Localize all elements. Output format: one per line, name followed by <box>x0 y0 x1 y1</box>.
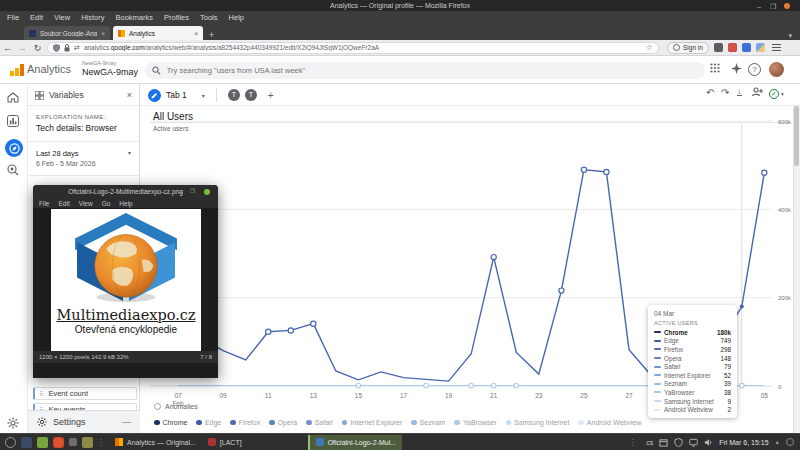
viewer-minimize-icon[interactable]: – <box>179 185 183 198</box>
close-variables-icon[interactable]: × <box>127 90 132 100</box>
scrollbar-thumb[interactable] <box>794 106 799 166</box>
screenshot-extension-icon[interactable] <box>756 43 765 52</box>
reload-icon[interactable]: ↻ <box>30 43 45 53</box>
export-icon[interactable]: ↓ <box>737 87 742 96</box>
screen-app-icon[interactable] <box>21 437 32 448</box>
menu-item-profiles[interactable]: Profiles <box>164 13 189 22</box>
undo-icon[interactable]: ↶ <box>706 87 714 98</box>
anomalies-checkbox-icon[interactable] <box>154 403 161 410</box>
saved-status-chip[interactable]: ✓ ▾ <box>766 87 792 101</box>
viewer-titlebar[interactable]: Oficialni-Logo-2-Multimediaexpo-cz.png –… <box>33 185 218 198</box>
legend-item-internet-explorer[interactable]: Internet Explorer <box>342 419 402 426</box>
date-range-picker[interactable]: Last 28 days 6 Feb - 5 Mar 2026 <box>36 149 96 167</box>
collapse-settings-icon[interactable]: — <box>122 417 131 427</box>
viewer-maximize-icon[interactable]: ❐ <box>190 185 195 198</box>
menu-item-edit[interactable]: Edit <box>58 200 69 207</box>
extension-icon[interactable] <box>742 43 751 52</box>
tab-thumb-1[interactable]: T <box>228 89 240 101</box>
green-app-icon[interactable] <box>37 437 48 448</box>
forward-icon[interactable]: → <box>15 43 30 53</box>
back-icon[interactable]: ← <box>0 43 15 53</box>
tab-close-icon[interactable]: × <box>194 30 198 37</box>
legend-item-edge[interactable]: Edge <box>196 419 221 426</box>
menu-item-bookmarks[interactable]: Bookmarks <box>116 13 154 22</box>
metric-item-event-count[interactable]: ⠿ Event count <box>33 387 137 400</box>
display-tray-icon[interactable] <box>689 438 698 447</box>
orange-app-icon[interactable] <box>53 437 64 448</box>
menu-item-history[interactable]: History <box>81 13 104 22</box>
menu-hamburger-icon[interactable] <box>772 44 781 45</box>
menu-item-file[interactable]: File <box>39 200 49 207</box>
permissions-icon[interactable]: ⇄ <box>74 44 80 52</box>
tab-close-icon[interactable]: × <box>101 30 105 37</box>
extension-icon[interactable] <box>728 43 737 52</box>
browser-tab-wiki[interactable]: Soubor:Google-Analytics-4i × <box>24 26 110 40</box>
legend-item-firefox[interactable]: Firefox <box>230 419 260 426</box>
legend-item-yabrowser[interactable]: YaBrowser <box>454 419 496 426</box>
status-dropdown-icon[interactable]: ▾ <box>781 91 784 97</box>
insights-sparkle-icon[interactable] <box>729 63 743 77</box>
legend-item-chrome[interactable]: Chrome <box>154 419 187 426</box>
legend-item-safari[interactable]: Safari <box>306 419 333 426</box>
date-dropdown-icon[interactable]: ▾ <box>128 149 131 167</box>
help-icon[interactable]: ? <box>748 63 761 76</box>
search-input[interactable] <box>167 66 698 75</box>
menu-item-view[interactable]: View <box>54 13 70 22</box>
lock-icon[interactable] <box>64 44 70 52</box>
menu-item-tools[interactable]: Tools <box>200 13 218 22</box>
legend-item-opera[interactable]: Opera <box>269 419 297 426</box>
shield-icon[interactable] <box>53 44 60 52</box>
container-extension-icon[interactable] <box>714 43 723 52</box>
exploration-tab[interactable]: Tab 1 ▾ T T + <box>148 88 274 102</box>
menu-item-help[interactable]: Help <box>119 200 132 207</box>
exploration-name-value[interactable]: Tech details: Browser <box>36 123 131 133</box>
ga-property-selector[interactable]: NewGA-9may <box>82 67 138 77</box>
files-app-icon[interactable] <box>82 437 93 448</box>
home-icon[interactable] <box>7 89 21 103</box>
task-analytics[interactable]: Analytics — Original... <box>109 435 202 450</box>
image-viewer-window[interactable]: Oficialni-Logo-2-Multimediaexpo-cz.png –… <box>33 185 218 378</box>
sign-in-button[interactable]: Sign in <box>667 42 709 54</box>
share-user-icon[interactable] <box>752 87 763 99</box>
small-app-icon[interactable] <box>69 438 77 446</box>
user-avatar[interactable] <box>769 62 784 77</box>
update-tray-icon[interactable] <box>659 438 668 447</box>
add-tab-icon[interactable]: + <box>268 90 274 101</box>
drag-handle-icon[interactable]: ⠿ <box>39 390 44 397</box>
redo-icon[interactable]: ↷ <box>721 87 729 98</box>
advertising-icon[interactable] <box>7 162 21 176</box>
volume-tray-icon[interactable] <box>704 438 713 447</box>
task-image-viewer[interactable]: Oficialni-Logo-2-Mul... <box>308 435 402 450</box>
task-lact[interactable]: [LACT] <box>202 435 248 450</box>
app-menu-icon[interactable] <box>5 437 16 448</box>
admin-gear-icon[interactable] <box>7 415 21 429</box>
keyboard-layout[interactable]: cs <box>646 439 653 446</box>
tray-circle-icon[interactable] <box>786 438 794 446</box>
legend-item-seznam[interactable]: Seznam <box>411 419 445 426</box>
close-icon[interactable] <box>784 3 790 9</box>
viewer-close-icon[interactable] <box>204 189 210 195</box>
bookmark-star-icon[interactable]: ☆ <box>646 43 653 52</box>
clock[interactable]: Fri Mar 6, 15:15 <box>719 439 768 446</box>
menu-item-file[interactable]: File <box>7 13 19 22</box>
tab-dropdown-icon[interactable]: ▾ <box>202 92 205 99</box>
menu-item-help[interactable]: Help <box>229 13 244 22</box>
legend-item-samsung-internet[interactable]: Samsung Internet <box>506 419 570 426</box>
url-bar[interactable]: ⇄ analytics.google.com/analytics/web/#/a… <box>47 42 659 54</box>
reports-icon[interactable] <box>7 113 21 127</box>
apps-grid-icon[interactable] <box>708 63 722 77</box>
explore-icon[interactable] <box>5 139 23 157</box>
menu-item-view[interactable]: View <box>79 200 93 207</box>
menu-item-go[interactable]: Go <box>102 200 111 207</box>
new-tab-button[interactable]: + <box>209 30 214 40</box>
anomalies-toggle[interactable]: Anomalies <box>154 403 198 410</box>
settings-panel-bar[interactable]: Settings — <box>28 410 140 433</box>
shield-tray-icon[interactable] <box>674 438 683 447</box>
show-desktop-icon[interactable]: ▲ <box>775 439 780 445</box>
tab-thumb-2[interactable]: T <box>245 89 257 101</box>
browser-tab-analytics[interactable]: Analytics × <box>113 26 203 40</box>
list-tabs-icon[interactable]: ▾ <box>788 32 792 40</box>
ga-search[interactable] <box>145 62 705 79</box>
legend-item-android-webview[interactable]: Android Webview <box>578 419 641 426</box>
menu-item-edit[interactable]: Edit <box>30 13 43 22</box>
